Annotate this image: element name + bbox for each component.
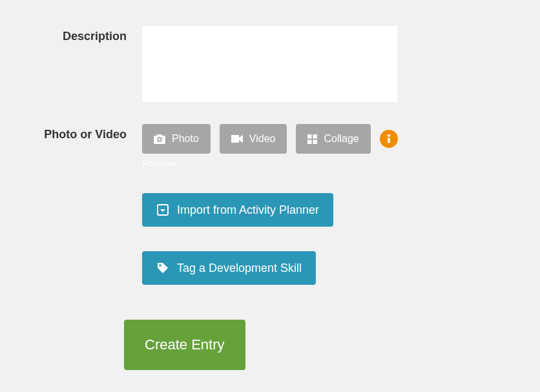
info-button[interactable] <box>380 130 398 148</box>
tag-button[interactable]: Tag a Development Skill <box>142 251 316 285</box>
description-input[interactable] <box>142 26 397 102</box>
collage-button-label: Collage <box>324 133 358 145</box>
svg-rect-2 <box>307 139 312 144</box>
photo-button-label: Photo <box>172 133 199 145</box>
description-label: Description <box>13 26 142 43</box>
video-button[interactable]: Video <box>220 124 287 154</box>
import-icon <box>156 203 169 216</box>
media-content: Photo Video Collage <box>142 124 527 285</box>
preview-link[interactable]: Preview <box>142 158 527 169</box>
media-row: Photo or Video Photo Video <box>13 124 527 285</box>
tag-button-label: Tag a Development Skill <box>177 262 302 275</box>
svg-point-7 <box>159 264 161 267</box>
tag-icon <box>156 262 169 274</box>
video-button-label: Video <box>249 133 276 145</box>
collage-button[interactable]: Collage <box>296 124 370 154</box>
import-button-label: Import from Activity Planner <box>177 203 319 217</box>
import-button[interactable]: Import from Activity Planner <box>142 193 333 227</box>
info-icon <box>386 134 391 144</box>
tag-block: Tag a Development Skill <box>142 251 527 285</box>
create-entry-label: Create Entry <box>145 336 225 353</box>
svg-rect-1 <box>313 134 318 139</box>
svg-rect-3 <box>313 139 318 144</box>
submit-row: Create Entry <box>13 320 527 370</box>
video-icon <box>231 135 243 143</box>
media-label: Photo or Video <box>13 124 142 141</box>
import-block: Import from Activity Planner <box>142 193 527 227</box>
description-row: Description <box>13 26 527 105</box>
svg-rect-0 <box>307 134 312 139</box>
camera-icon <box>154 134 165 144</box>
media-buttons: Photo Video Collage <box>142 124 527 154</box>
svg-point-4 <box>388 134 390 137</box>
create-entry-button[interactable]: Create Entry <box>124 320 245 370</box>
photo-button[interactable]: Photo <box>142 124 211 154</box>
collage-icon <box>307 134 317 144</box>
svg-rect-5 <box>388 138 390 143</box>
description-content <box>142 26 527 105</box>
